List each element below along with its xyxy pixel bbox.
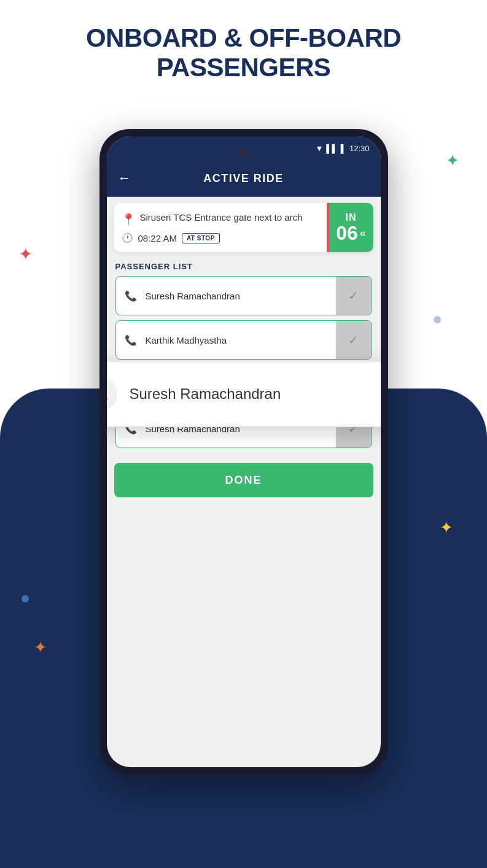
- battery-icon: ▌: [341, 144, 346, 153]
- passenger-count: 06: [336, 223, 358, 243]
- title-line2: PASSENGERS: [157, 53, 331, 82]
- dot-decoration-2: [21, 595, 29, 602]
- stop-card-info: 📍 Siruseri TCS Entrance gate next to arc…: [114, 203, 329, 252]
- phone-icon: 📞: [125, 290, 137, 302]
- star-yellow-icon: ✦: [440, 519, 453, 535]
- check-button[interactable]: ✓: [336, 320, 372, 360]
- passenger-name: Suresh Ramachandran: [146, 291, 240, 301]
- dot-decoration: [434, 316, 441, 323]
- passenger-list-section: PASSENGER LIST 📞 Suresh Ramachandran ✓ 📞…: [107, 258, 381, 458]
- row-content: 📞 Karthik Madhyastha: [116, 334, 336, 346]
- row-content: 📞 Suresh Ramachandran: [116, 290, 336, 302]
- phone-circle-icon: 📞: [107, 386, 109, 402]
- stop-time: 08:22 AM: [138, 233, 177, 243]
- done-button[interactable]: DONE: [114, 463, 373, 497]
- done-label: DONE: [225, 474, 262, 487]
- back-button[interactable]: ←: [118, 170, 131, 186]
- title-line1: ONBOARD & OFF-BOARD: [86, 23, 401, 52]
- clock-icon: 🕐: [122, 232, 133, 243]
- highlighted-left: 📞 Suresh Ramachandran: [107, 377, 381, 411]
- passenger-name: Karthik Madhyastha: [146, 335, 227, 345]
- phone-screen: ▼ ▌▌ ▌ 12:30 ← ACTIVE RIDE 📍 Siruseri TC…: [107, 136, 381, 767]
- table-row[interactable]: 📞 Karthik Madhyastha ✓: [115, 320, 372, 360]
- stop-count-panel: IN 06 «: [329, 203, 373, 252]
- highlighted-passenger-card[interactable]: 📞 Suresh Ramachandran ✓: [107, 361, 381, 427]
- time-display: 12:30: [349, 144, 370, 153]
- signal-icon: ▌▌: [326, 144, 337, 153]
- stop-name: Siruseri TCS Entrance gate next to arch: [140, 211, 303, 224]
- card-accent: [327, 203, 329, 252]
- stop-card: 📍 Siruseri TCS Entrance gate next to arc…: [114, 203, 373, 252]
- phone-icon: 📞: [125, 334, 137, 346]
- highlighted-passenger-name: Suresh Ramachandran: [130, 385, 281, 403]
- camera-notch: [240, 149, 248, 157]
- star-orange-icon: ✦: [34, 639, 47, 655]
- location-icon: 📍: [122, 213, 135, 226]
- stop-time-row: 🕐 08:22 AM AT STOP: [122, 232, 322, 243]
- check-button[interactable]: ✓: [336, 276, 372, 315]
- passenger-list-label: PASSENGER LIST: [115, 262, 372, 271]
- wifi-icon: ▼: [315, 144, 323, 153]
- check-icon: ✓: [348, 288, 359, 303]
- star-red-icon: ✦: [18, 246, 33, 263]
- star-green-icon: ✦: [446, 152, 459, 168]
- at-stop-badge: AT STOP: [182, 233, 220, 243]
- app-header: ← ACTIVE RIDE: [107, 160, 381, 197]
- count-row: 06 «: [336, 223, 366, 243]
- phone-frame: ▼ ▌▌ ▌ 12:30 ← ACTIVE RIDE 📍 Siruseri TC…: [99, 129, 388, 775]
- page-title: ONBOARD & OFF-BOARD PASSENGERS: [0, 23, 487, 83]
- table-row[interactable]: 📞 Suresh Ramachandran ✓: [115, 276, 372, 315]
- stop-location: 📍 Siruseri TCS Entrance gate next to arc…: [122, 211, 322, 226]
- check-icon: ✓: [348, 333, 359, 347]
- header-title: ACTIVE RIDE: [203, 172, 284, 185]
- phone-avatar: 📞: [107, 377, 117, 411]
- chevrons-icon: «: [360, 227, 366, 240]
- status-icons: ▼ ▌▌ ▌ 12:30: [315, 144, 369, 153]
